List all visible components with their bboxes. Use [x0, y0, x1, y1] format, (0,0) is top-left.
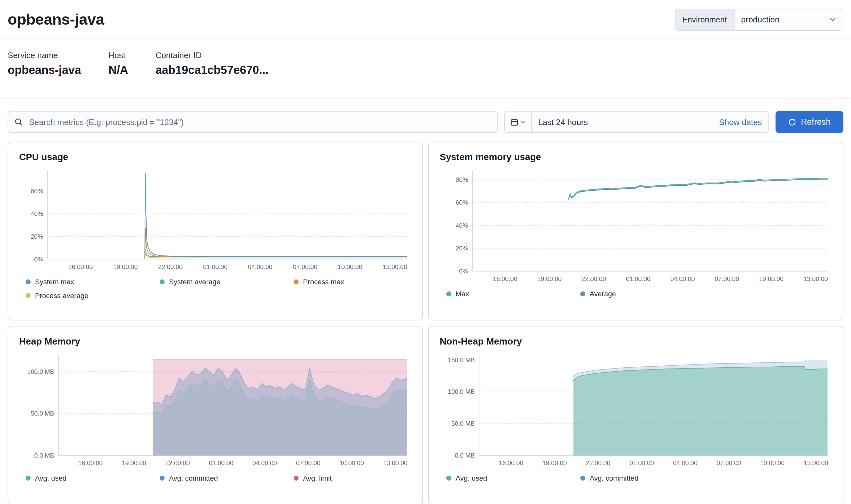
service-info-bar: Service name opbeans-java Host N/A Conta…	[0, 39, 851, 98]
svg-text:60%: 60%	[456, 199, 468, 206]
cpu-usage-chart[interactable]: 0%20%40%60%16:00:0019:00:0022:00:0001:00…	[19, 166, 411, 273]
chart-title: Non-Heap Memory	[440, 336, 832, 347]
non-heap-memory-canvas: 0.0 MB50.0 MB100.0 MB150.0 MB16:00:0019:…	[440, 350, 833, 470]
svg-text:04:00:00: 04:00:00	[673, 460, 698, 466]
host-value: N/A	[108, 64, 128, 77]
svg-text:80%: 80%	[456, 176, 468, 183]
svg-text:100.0 MB: 100.0 MB	[448, 388, 475, 395]
svg-text:04:00:00: 04:00:00	[252, 460, 277, 466]
legend-dot	[160, 475, 165, 481]
legend-dot	[446, 291, 451, 296]
legend-dot	[294, 475, 299, 481]
date-picker: Last 24 hours Show dates	[504, 111, 769, 133]
svg-text:20%: 20%	[456, 245, 468, 252]
service-name-label: Service name	[7, 50, 81, 59]
legend-label: Avg. used	[35, 474, 67, 482]
legend-label: System max	[35, 278, 74, 286]
quick-select-button[interactable]	[505, 111, 532, 132]
legend-item[interactable]: Process max	[294, 278, 411, 286]
svg-text:04:00:00: 04:00:00	[248, 263, 272, 270]
svg-text:07:00:00: 07:00:00	[714, 275, 739, 282]
svg-text:100.0 MB: 100.0 MB	[27, 368, 54, 375]
svg-text:07:00:00: 07:00:00	[716, 460, 741, 466]
legend-item[interactable]: Process average	[25, 291, 160, 300]
svg-text:01:00:00: 01:00:00	[203, 263, 228, 270]
legend-item[interactable]: Avg. limit	[294, 474, 411, 482]
svg-text:04:00:00: 04:00:00	[670, 275, 695, 282]
chevron-down-icon	[829, 16, 836, 23]
legend-label: Process average	[35, 291, 88, 300]
svg-text:19:00:00: 19:00:00	[122, 460, 146, 466]
host-label: Host	[108, 50, 128, 59]
legend-dot	[25, 280, 31, 285]
svg-text:16:00:00: 16:00:00	[499, 460, 524, 466]
svg-text:10:00:00: 10:00:00	[760, 460, 785, 466]
legend-label: Avg. committed	[169, 474, 218, 482]
legend-label: Avg. limit	[303, 474, 332, 482]
legend-label: System average	[169, 278, 220, 286]
charts-grid: CPU usage 0%20%40%60%16:00:0019:00:0022:…	[7, 142, 844, 504]
legend-label: Max	[456, 290, 469, 298]
environment-selected-value: production	[741, 15, 779, 24]
system-memory-chart[interactable]: 0%20%40%60%80%16:00:0019:00:0022:00:0001…	[440, 166, 832, 285]
chart-legend: System max System average Process max Pr…	[19, 278, 411, 300]
refresh-button[interactable]: Refresh	[776, 111, 844, 133]
svg-text:13:00:00: 13:00:00	[804, 460, 828, 466]
heap-memory-canvas: 0.0 MB50.0 MB100.0 MB16:00:0019:00:0022:…	[19, 350, 412, 470]
svg-text:0.0 MB: 0.0 MB	[455, 452, 475, 459]
legend-dot	[294, 280, 299, 285]
legend-label: Average	[589, 290, 616, 298]
search-icon	[14, 118, 23, 126]
svg-text:13:00:00: 13:00:00	[383, 263, 407, 270]
svg-text:20%: 20%	[31, 233, 43, 240]
chart-title: Heap Memory	[19, 336, 411, 347]
refresh-icon	[788, 118, 797, 126]
legend-dot	[580, 291, 585, 296]
chevron-down-icon	[520, 119, 526, 124]
svg-text:10:00:00: 10:00:00	[340, 460, 364, 466]
metrics-search-box	[7, 111, 498, 133]
environment-select[interactable]: production	[734, 8, 844, 30]
svg-text:50.0 MB: 50.0 MB	[451, 420, 475, 427]
legend-item[interactable]: System average	[160, 278, 294, 286]
legend-item[interactable]: Avg. used	[446, 474, 580, 482]
legend-item[interactable]: System max	[25, 278, 160, 286]
show-dates-button[interactable]: Show dates	[719, 117, 762, 126]
chart-legend: Avg. used Avg. committed	[440, 474, 832, 482]
time-range-button[interactable]: Last 24 hours	[538, 117, 588, 126]
non-heap-memory-chart[interactable]: 0.0 MB50.0 MB100.0 MB150.0 MB16:00:0019:…	[440, 350, 832, 470]
legend-item[interactable]: Max	[446, 290, 580, 298]
legend-item[interactable]: Avg. committed	[580, 474, 714, 482]
svg-text:16:00:00: 16:00:00	[78, 460, 103, 466]
legend-item[interactable]: Average	[580, 290, 714, 298]
legend-dot	[25, 293, 31, 298]
svg-text:150.0 MB: 150.0 MB	[448, 357, 475, 363]
container-id-label: Container ID	[155, 50, 268, 59]
svg-text:07:00:00: 07:00:00	[293, 263, 317, 270]
svg-text:10:00:00: 10:00:00	[759, 275, 784, 282]
chart-legend: Avg. used Avg. committed Avg. limit	[19, 474, 411, 482]
svg-text:22:00:00: 22:00:00	[582, 275, 606, 282]
legend-item[interactable]: Avg. committed	[160, 474, 294, 482]
apm-metrics-page: opbeans-java Environment production Serv…	[0, 0, 851, 504]
legend-label: Avg. used	[456, 474, 487, 482]
svg-text:19:00:00: 19:00:00	[113, 263, 138, 270]
svg-text:50.0 MB: 50.0 MB	[31, 410, 54, 417]
heap-memory-chart[interactable]: 0.0 MB50.0 MB100.0 MB16:00:0019:00:0022:…	[19, 350, 411, 470]
cpu-usage-panel: CPU usage 0%20%40%60%16:00:0019:00:0022:…	[7, 142, 423, 320]
svg-text:13:00:00: 13:00:00	[803, 275, 828, 282]
legend-dot	[580, 475, 585, 481]
legend-label: Avg. committed	[589, 474, 638, 482]
system-memory-usage-canvas: 0%20%40%60%80%16:00:0019:00:0022:00:0001…	[440, 166, 833, 285]
svg-text:22:00:00: 22:00:00	[158, 263, 183, 270]
service-name-value: opbeans-java	[7, 64, 81, 77]
svg-text:19:00:00: 19:00:00	[537, 275, 562, 282]
legend-item[interactable]: Avg. used	[25, 474, 160, 482]
svg-text:0%: 0%	[459, 268, 468, 275]
cpu-usage-canvas: 0%20%40%60%16:00:0019:00:0022:00:0001:00…	[19, 166, 412, 273]
metrics-toolbar: Last 24 hours Show dates Refresh	[7, 111, 844, 133]
page-header: opbeans-java Environment production	[0, 0, 851, 39]
chart-title: CPU usage	[19, 152, 411, 163]
svg-text:01:00:00: 01:00:00	[626, 275, 651, 282]
search-input[interactable]	[7, 111, 498, 133]
